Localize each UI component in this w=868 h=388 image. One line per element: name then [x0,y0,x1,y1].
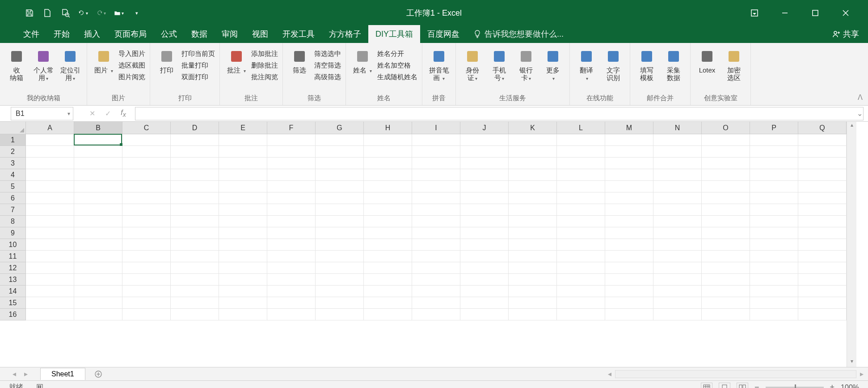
cell-F3[interactable] [267,158,316,169]
horizontal-scrollbar[interactable]: ◂ ▸ [608,370,864,378]
cell-B8[interactable] [74,216,122,227]
cell-C7[interactable] [122,204,171,216]
cell-C11[interactable] [122,251,171,262]
zoom-level[interactable]: 100% [841,384,859,388]
cell-L15[interactable] [557,297,605,309]
fx-icon[interactable]: fx [121,108,126,118]
cell-G4[interactable] [316,169,364,181]
cell-H1[interactable] [364,134,412,146]
tab-数据[interactable]: 数据 [184,25,215,43]
cell-A4[interactable] [26,169,74,181]
cell-M14[interactable] [605,286,653,297]
open-folder-icon[interactable]: ▾ [114,8,124,18]
col-header-L[interactable]: L [557,122,605,134]
col-header-J[interactable]: J [460,122,509,134]
cell-O4[interactable] [702,169,750,181]
save-icon[interactable] [25,8,34,18]
cell-A1[interactable] [26,134,74,146]
cell-B4[interactable] [74,169,122,181]
cell-I8[interactable] [412,216,460,227]
cell-E9[interactable] [219,227,267,239]
cell-K7[interactable] [509,204,557,216]
cell-J3[interactable] [460,158,509,169]
close-icon[interactable] [839,7,852,19]
col-header-A[interactable]: A [26,122,74,134]
cell-J8[interactable] [460,216,509,227]
cell-N11[interactable] [653,251,702,262]
view-page-layout-icon[interactable] [719,383,730,388]
cell-J1[interactable] [460,134,509,146]
cell-G10[interactable] [316,239,364,251]
ribbon-姓名分开[interactable]: 姓名分开 [377,48,417,59]
ribbon-清空筛选[interactable]: 清空筛选 [314,60,341,71]
share-button[interactable]: 共享 [832,29,859,39]
ribbon-图片[interactable]: 图片 ▾ [92,47,116,74]
cell-G6[interactable] [316,192,364,204]
cell-Q5[interactable] [798,181,847,192]
cell-O14[interactable] [702,286,750,297]
col-header-P[interactable]: P [750,122,798,134]
cell-O5[interactable] [702,181,750,192]
col-header-H[interactable]: H [364,122,412,134]
cell-Q6[interactable] [798,192,847,204]
cell-C1[interactable] [122,134,171,146]
cell-P16[interactable] [750,309,798,320]
cell-F13[interactable] [267,274,316,286]
cell-F15[interactable] [267,297,316,309]
cell-Q11[interactable] [798,251,847,262]
cell-Q4[interactable] [798,169,847,181]
col-header-E[interactable]: E [219,122,267,134]
cell-A9[interactable] [26,227,74,239]
scroll-right-icon[interactable]: ▸ [860,370,864,378]
cell-E3[interactable] [219,158,267,169]
cell-L5[interactable] [557,181,605,192]
cell-B12[interactable] [74,262,122,274]
cell-C14[interactable] [122,286,171,297]
cell-F4[interactable] [267,169,316,181]
cell-A5[interactable] [26,181,74,192]
cell-N8[interactable] [653,216,702,227]
cell-J15[interactable] [460,297,509,309]
cell-N15[interactable] [653,297,702,309]
cell-J13[interactable] [460,274,509,286]
cell-G3[interactable] [316,158,364,169]
cell-M11[interactable] [605,251,653,262]
cell-D4[interactable] [171,169,219,181]
cell-N13[interactable] [653,274,702,286]
col-header-O[interactable]: O [702,122,750,134]
name-box[interactable]: B1 ▾ [11,107,73,120]
cell-H14[interactable] [364,286,412,297]
cell-L16[interactable] [557,309,605,320]
sheet-next-icon[interactable]: ▸ [24,370,28,378]
ribbon-批量打印[interactable]: 批量打印 [181,60,215,71]
cell-C5[interactable] [122,181,171,192]
row-header-5[interactable]: 5 [0,181,26,192]
cell-I2[interactable] [412,146,460,158]
ribbon-图片阅览[interactable]: 图片阅览 [118,72,145,82]
cell-E4[interactable] [219,169,267,181]
cell-P5[interactable] [750,181,798,192]
row-header-7[interactable]: 7 [0,204,26,216]
cell-O1[interactable] [702,134,750,146]
cell-I6[interactable] [412,192,460,204]
tab-页面布局[interactable]: 页面布局 [107,25,154,43]
row-header-3[interactable]: 3 [0,158,26,169]
sheet-tab[interactable]: Sheet1 [40,368,85,380]
cell-J11[interactable] [460,251,509,262]
cell-A7[interactable] [26,204,74,216]
cell-E14[interactable] [219,286,267,297]
maximize-icon[interactable] [809,7,822,19]
cell-B5[interactable] [74,181,122,192]
undo-icon[interactable]: ▾ [78,8,88,18]
cell-F11[interactable] [267,251,316,262]
cell-E6[interactable] [219,192,267,204]
cell-P15[interactable] [750,297,798,309]
tab-开始[interactable]: 开始 [46,25,77,43]
ribbon-导入图片[interactable]: 导入图片 [118,48,145,59]
cell-G8[interactable] [316,216,364,227]
cell-K10[interactable] [509,239,557,251]
cell-K11[interactable] [509,251,557,262]
cell-P1[interactable] [750,134,798,146]
cell-K1[interactable] [509,134,557,146]
cell-L2[interactable] [557,146,605,158]
